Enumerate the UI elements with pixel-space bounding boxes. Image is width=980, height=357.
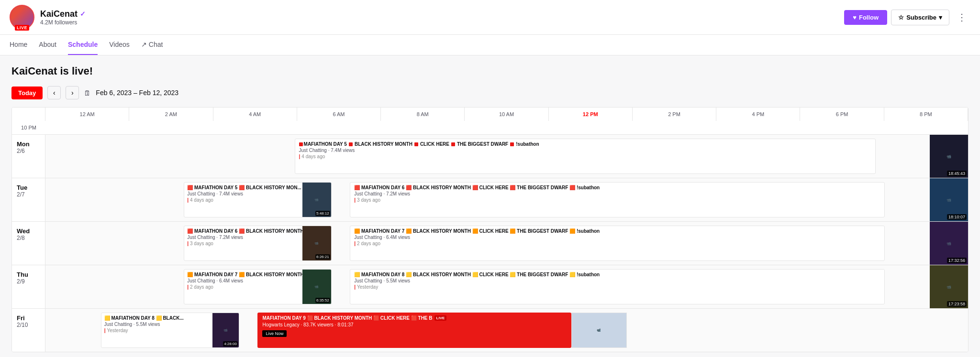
stream-bar-thu-1[interactable]: 🟧 MAFIATHON DAY 7 🟧 BLACK HISTORY MONTH … <box>184 269 331 304</box>
nav-about[interactable]: About <box>39 35 56 55</box>
time-4am: 4 AM <box>213 108 297 121</box>
day-name-wed: Wed <box>17 227 40 235</box>
thumb-thu-2: 📹 17:23:58 <box>930 265 968 308</box>
profile-section: LIVE KaiCenat ✓ 4.2M followers <box>10 5 86 30</box>
live-stream-meta-fri: Hogwarts Legacy · 83.7K viewers · 8:01:3… <box>262 322 567 327</box>
stream-meta-thu-2: Just Chatting · 5.5M views <box>354 278 880 283</box>
star-icon: ☆ <box>898 14 904 21</box>
thumb-fri-live: 📹 <box>571 313 627 348</box>
thumb-tue-1: 📹 5:48:12 <box>302 183 331 217</box>
day-label-fri: Fri 2/10 <box>12 309 45 352</box>
action-buttons: ♥ Follow ☆ Subscribe ▾ ⋮ <box>844 10 970 25</box>
username: KaiCenat <box>40 9 78 19</box>
chat-arrow-icon: ↗ <box>141 41 147 48</box>
chevron-down-icon: ▾ <box>939 14 942 21</box>
stream-ago-tue-2: | 3 days ago <box>354 197 880 203</box>
day-date-tue: 2/7 <box>17 191 40 198</box>
stream-bar-tue-2[interactable]: 🟥 MAFIATHON DAY 6 🟥 BLACK HISTORY MONTH … <box>350 182 885 217</box>
schedule-grid: 12 AM 2 AM 4 AM 6 AM 8 AM 10 AM 12 PM 2 … <box>11 107 969 352</box>
stream-ago-thu-2: | Yesterday <box>354 284 880 290</box>
time-label-empty <box>12 108 45 121</box>
heart-icon: ♥ <box>853 14 857 21</box>
thumb-time-main-tue: 18:10:07 <box>947 214 967 220</box>
day-row-wed: Wed 2/8 🟥 MAFIATHON DAY 6 🟥 BLACK HISTOR… <box>12 222 968 265</box>
day-content-mon: MAFIATHON DAY 5 BLACK HISTORY MONTH CLIC… <box>45 135 968 178</box>
profile-name: KaiCenat ✓ <box>40 9 86 19</box>
nav-videos[interactable]: Videos <box>109 35 130 55</box>
subscribe-button[interactable]: ☆ Subscribe ▾ <box>891 10 949 25</box>
nav-bar: Home About Schedule Videos ↗ Chat <box>0 35 980 55</box>
day-content-wed: 🟥 MAFIATHON DAY 6 🟥 BLACK HISTORY MONTH … <box>45 222 968 265</box>
thumb-time-main-wed: 17:32:56 <box>947 258 967 263</box>
thumb-wed-2: 📹 17:32:56 <box>930 222 968 265</box>
day-label-tue: Tue 2/7 <box>12 178 45 221</box>
day-name-fri: Fri <box>17 314 40 322</box>
day-date-wed: 2/8 <box>17 235 40 241</box>
live-badge: LIVE <box>15 25 29 31</box>
stream-title-tue-2: 🟥 MAFIATHON DAY 6 🟥 BLACK HISTORY MONTH … <box>354 185 880 190</box>
calendar-controls: Today ‹ › 🗓 Feb 6, 2023 – Feb 12, 2023 <box>11 86 969 99</box>
page-title: KaiCenat is live! <box>11 65 969 77</box>
time-4pm: 4 PM <box>716 108 800 121</box>
date-range: Feb 6, 2023 – Feb 12, 2023 <box>96 89 178 97</box>
stream-ago-mon-1: | 4 days ago <box>299 154 872 159</box>
day-label-wed: Wed 2/8 <box>12 222 45 265</box>
subscribe-label: Subscribe <box>906 14 936 21</box>
day-date-fri: 2/10 <box>17 322 40 328</box>
thumb-time-main-thu: 17:23:58 <box>947 301 967 307</box>
stream-meta-mon-1: Just Chatting · 7.4M views <box>299 148 872 153</box>
stream-ago-wed-2: | 2 days ago <box>354 241 880 246</box>
nav-home[interactable]: Home <box>10 35 27 55</box>
time-2am: 2 AM <box>129 108 213 121</box>
stream-title-thu-2: 🟨 MAFIATHON DAY 8 🟨 BLACK HISTORY MONTH … <box>354 272 880 277</box>
live-stream-title-fri: MAFIATHON DAY 9 🟥 BLACK HISTORY MONTH 🟥 … <box>262 315 567 321</box>
profile-info: KaiCenat ✓ 4.2M followers <box>40 9 86 26</box>
calendar-icon[interactable]: 🗓 <box>84 89 91 97</box>
nav-schedule[interactable]: Schedule <box>68 35 98 55</box>
nav-chat[interactable]: ↗ Chat <box>141 35 163 55</box>
thumb-time-mon-1: 18:45:43 <box>947 171 967 176</box>
time-6pm: 6 PM <box>800 108 884 121</box>
time-10am: 10 AM <box>465 108 548 121</box>
today-button[interactable]: Today <box>11 87 43 99</box>
follow-button[interactable]: ♥ Follow <box>844 10 887 25</box>
stream-bar-mon-1[interactable]: MAFIATHON DAY 5 BLACK HISTORY MONTH CLIC… <box>295 139 876 174</box>
day-date-thu: 2/9 <box>17 278 40 285</box>
stream-bar-fri-1[interactable]: 🟨 MAFIATHON DAY 8 🟨 BLACK... Just Chatti… <box>101 313 239 348</box>
stream-meta-wed-2: Just Chatting · 6.4M views <box>354 235 880 240</box>
prev-week-button[interactable]: ‹ <box>47 86 61 99</box>
stream-bar-wed-1[interactable]: 🟥 MAFIATHON DAY 6 🟥 BLACK HISTORY MONTH … <box>184 226 331 261</box>
live-tag: LIVE <box>434 315 447 321</box>
time-10pm: 10 PM <box>12 121 45 134</box>
verified-icon: ✓ <box>80 10 86 18</box>
day-name-thu: Thu <box>17 271 40 278</box>
stream-bar-thu-2[interactable]: 🟨 MAFIATHON DAY 8 🟨 BLACK HISTORY MONTH … <box>350 269 885 304</box>
time-12am: 12 AM <box>45 108 129 121</box>
stream-bar-tue-1[interactable]: 🟥 MAFIATHON DAY 5 🟥 BLACK HISTORY MON...… <box>184 182 331 217</box>
stream-bar-wed-2[interactable]: 🟧 MAFIATHON DAY 7 🟧 BLACK HISTORY MONTH … <box>350 226 885 261</box>
thumb-mon-1: 📹 18:45:43 <box>930 135 968 178</box>
thumb-time-tue-1: 5:48:12 <box>315 211 330 216</box>
live-stream-bar-fri[interactable]: MAFIATHON DAY 9 🟥 BLACK HISTORY MONTH 🟥 … <box>257 313 571 348</box>
follower-count: 4.2M followers <box>40 19 86 26</box>
day-label-thu: Thu 2/9 <box>12 265 45 308</box>
thumb-time-fri-1: 4:28:00 <box>223 341 238 346</box>
day-label-mon: Mon 2/6 <box>12 135 45 178</box>
day-row-tue: Tue 2/7 🟥 MAFIATHON DAY 5 🟥 BLACK HISTOR… <box>12 178 968 222</box>
thumb-tue-2: 📹 18:10:07 <box>930 178 968 221</box>
stream-meta-tue-2: Just Chatting · 7.2M views <box>354 191 880 196</box>
top-bar: LIVE KaiCenat ✓ 4.2M followers ♥ Follow … <box>0 0 980 35</box>
day-row-fri: Fri 2/10 🟨 MAFIATHON DAY 8 🟨 BLACK... Ju… <box>12 309 968 352</box>
avatar-wrap: LIVE <box>10 5 34 30</box>
day-name-mon: Mon <box>17 141 40 148</box>
time-6am: 6 AM <box>297 108 381 121</box>
time-2pm: 2 PM <box>633 108 716 121</box>
page-content: KaiCenat is live! Today ‹ › 🗓 Feb 6, 202… <box>0 55 980 357</box>
day-name-tue: Tue <box>17 184 40 191</box>
next-week-button[interactable]: › <box>66 86 79 99</box>
more-options-button[interactable]: ⋮ <box>953 10 970 25</box>
stream-title-wed-2: 🟧 MAFIATHON DAY 7 🟧 BLACK HISTORY MONTH … <box>354 228 880 234</box>
thumb-thu-1: 📹 6:35:52 <box>302 270 331 304</box>
thumb-time-wed-1: 6:26:21 <box>315 254 330 260</box>
day-row-mon: Mon 2/6 MAFIATHON DAY 5 BLACK HISTORY MO… <box>12 135 968 178</box>
